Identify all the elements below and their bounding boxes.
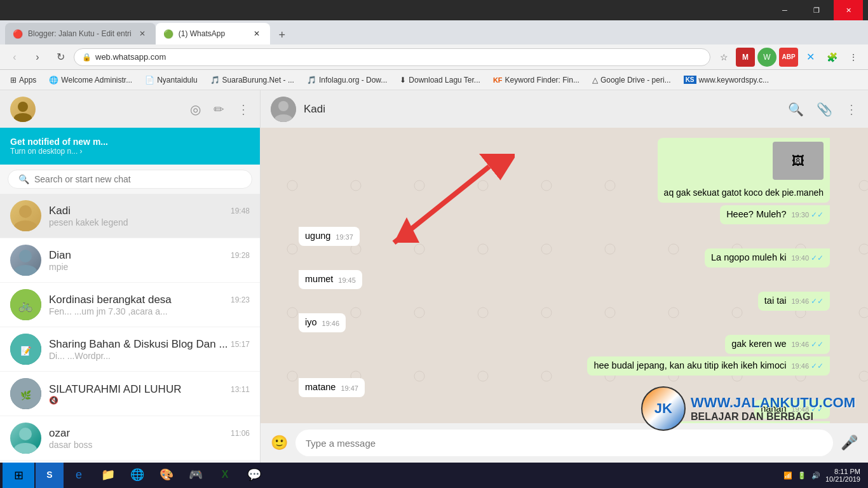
search-icon: 🔍 xyxy=(18,174,29,184)
chat-info-kordinasi: Kordinasi berangkat desa 19:23 Fen... ..… xyxy=(49,294,250,316)
menu-dots-icon[interactable]: ⋮ xyxy=(237,102,250,117)
tab-whatsapp-favicon: 🟢 xyxy=(163,29,173,39)
bookmark-star-icon[interactable]: ☆ xyxy=(714,48,733,67)
bookmark-infolagu[interactable]: 🎵 Infolagu.org - Dow... xyxy=(302,73,392,87)
chat-menu-icon[interactable]: ⋮ xyxy=(845,102,858,117)
notification-banner[interactable]: Get notified of new m... Turn on desktop… xyxy=(0,128,260,165)
chat-name-ozar: ozar xyxy=(49,427,70,440)
tab-bar: 🔴 Blogger: Jalan Kutu - Edit entri ✕ 🟢 (… xyxy=(0,20,868,44)
mute-icon-silaturahmi: 🔇 xyxy=(49,396,58,405)
new-chat-icon[interactable]: ✏ xyxy=(214,102,224,117)
search-bar: 🔍 xyxy=(0,165,260,194)
omnibar: ‹ › ↻ 🔒 web.whatsapp.com ☆ M W ABP ✕ 🧩 ⋮ xyxy=(0,44,868,70)
bookmark-gdrive[interactable]: △ Google Drive - peri... xyxy=(587,73,676,87)
search-input[interactable] xyxy=(34,174,241,184)
taskbar-app-photoshop[interactable]: 🎨 xyxy=(153,463,180,488)
menu-icon[interactable]: ⋮ xyxy=(844,48,863,67)
chat-attach-icon[interactable]: 📎 xyxy=(817,102,832,117)
svg-text:🌿: 🌿 xyxy=(20,390,32,401)
chat-header-icons: 🔍 📎 ⋮ xyxy=(788,102,858,117)
forward-button[interactable]: › xyxy=(28,48,47,67)
message-4: La ngopo muleh ki 19:40 ✓✓ xyxy=(705,248,830,268)
taskbar-app-ie[interactable]: e xyxy=(65,463,93,488)
svg-text:🚲: 🚲 xyxy=(18,299,33,313)
abp-icon[interactable]: ABP xyxy=(779,48,798,67)
tab-whatsapp[interactable]: 🟢 (1) WhatsApp ✕ xyxy=(156,23,270,44)
close-button[interactable]: ✕ xyxy=(834,0,863,20)
bookmark-nyantai[interactable]: 📄 Nyantaidulu xyxy=(140,73,202,87)
message-6-meta: 19:46 ✓✓ xyxy=(791,297,824,306)
bookmark-download-icon: ⬇ xyxy=(400,76,406,85)
profile-icon-1[interactable]: W xyxy=(757,48,776,67)
gmail-icon[interactable]: M xyxy=(736,48,755,67)
chat-time-dian: 19:28 xyxy=(231,251,250,260)
taskbar-app-whatsapp[interactable]: 💬 xyxy=(240,463,268,488)
tab-blogger[interactable]: 🔴 Blogger: Jalan Kutu - Edit entri ✕ xyxy=(5,23,156,44)
address-bar[interactable]: 🔒 web.whatsapp.com xyxy=(74,48,710,66)
reload-button[interactable]: ↻ xyxy=(51,48,70,67)
chat-search-icon[interactable]: 🔍 xyxy=(788,102,804,117)
message-9-text: hee budal jepang, kan aku titip ikeh ike… xyxy=(593,360,786,370)
user-avatar[interactable] xyxy=(10,97,36,122)
bookmark-suara-icon: 🎵 xyxy=(210,76,220,85)
bookmark-infolagu-icon: 🎵 xyxy=(307,76,316,85)
status-icon[interactable]: ◎ xyxy=(190,102,201,117)
minimize-button[interactable]: ─ xyxy=(770,0,799,20)
chat-name-kadi: Kadi xyxy=(49,205,71,217)
message-2-meta: 19:30 ✓✓ xyxy=(791,210,824,219)
chat-name-silaturahmi: SILATURAHMI ADI LUHUR xyxy=(49,383,181,396)
taskbar-app-explorer[interactable]: 📁 xyxy=(94,463,122,488)
tab-blogger-close[interactable]: ✕ xyxy=(137,28,148,39)
chat-item-silaturahmi[interactable]: 🌿 SILATURAHMI ADI LUHUR 13:11 🔇 xyxy=(0,372,260,416)
taskbar-app-superfetch[interactable]: S xyxy=(36,463,64,488)
chat-item-kordinasi[interactable]: 🚲 Kordinasi berangkat desa 19:23 Fen... … xyxy=(0,283,260,327)
x-icon[interactable]: ✕ xyxy=(801,48,820,67)
chat-item-ozar[interactable]: ozar 11:06 dasar boss xyxy=(0,416,260,461)
kf-icon: KF xyxy=(493,76,503,84)
message-5-text: mumet xyxy=(305,274,333,284)
chat-header: Kadi 🔍 📎 ⋮ xyxy=(261,90,868,128)
chat-name-sharing: Sharing Bahan & Diskusi Blog Dan ... xyxy=(49,338,228,351)
emoji-button[interactable]: 🙂 xyxy=(271,435,288,451)
bookmark-download[interactable]: ⬇ Download Lagu Ter... xyxy=(395,73,485,87)
message-4-meta: 19:40 ✓✓ xyxy=(791,254,824,262)
tick-icon-8: ✓✓ xyxy=(811,340,824,349)
toolbar-icons: ☆ M W ABP ✕ 🧩 ⋮ xyxy=(714,48,863,67)
back-button[interactable]: ‹ xyxy=(5,48,24,67)
taskbar-app-chrome[interactable]: 🌐 xyxy=(123,463,151,488)
address-text: web.whatsapp.com xyxy=(95,52,702,62)
mic-button[interactable]: 🎤 xyxy=(841,435,858,451)
tray-volume-icon: 🔊 xyxy=(811,471,820,480)
watermark-text: WWW.JALANKUTU.COM BELAJAR DAN BERBAGI xyxy=(691,395,855,423)
bookmark-welcome[interactable]: 🌐 Welcome Administr... xyxy=(44,73,137,87)
tab-whatsapp-close[interactable]: ✕ xyxy=(251,28,262,39)
bookmark-keyword[interactable]: KF Keyword Finder: Fin... xyxy=(488,73,585,87)
sidebar: ◎ ✏ ⋮ Get notified of new m... Turn on d… xyxy=(0,90,261,463)
window-controls: ─ ❐ ✕ xyxy=(770,0,863,20)
lock-icon: 🔒 xyxy=(82,53,92,62)
message-input[interactable] xyxy=(295,430,833,456)
bookmark-keywordspy[interactable]: KS www.keywordspy.c... xyxy=(679,73,774,87)
chat-item-dian[interactable]: Dian 19:28 mpie xyxy=(0,238,260,283)
new-tab-button[interactable]: + xyxy=(273,25,292,44)
message-8-text: gak keren we xyxy=(731,339,786,349)
restore-button[interactable]: ❐ xyxy=(802,0,831,20)
chat-item-kadi[interactable]: Kadi 19:48 pesen kakek legend xyxy=(0,194,260,238)
chat-avatar-kordinasi: 🚲 xyxy=(10,289,41,320)
taskbar-app-nox[interactable]: 🎮 xyxy=(182,463,210,488)
chat-preview-sharing: Di... ...Wordpr... xyxy=(49,351,250,361)
chat-preview-ozar: dasar boss xyxy=(49,440,250,450)
bookmark-apps[interactable]: ⊞ Apps xyxy=(5,73,41,87)
chat-avatar-sharing: 📝 xyxy=(10,334,41,365)
start-button[interactable]: ⊞ xyxy=(3,463,34,488)
tick-icon: ✓✓ xyxy=(811,210,824,219)
tab-whatsapp-title: (1) WhatsApp xyxy=(179,29,246,38)
bookmark-suara[interactable]: 🎵 SuaraBurung.Net - ... xyxy=(205,73,299,87)
chat-item-sharing[interactable]: 📝 Sharing Bahan & Diskusi Blog Dan ... 1… xyxy=(0,327,260,372)
chat-top-kadi: Kadi 19:48 xyxy=(49,205,250,217)
taskbar-app-excel[interactable]: X xyxy=(211,463,239,488)
search-input-wrap: 🔍 xyxy=(8,170,252,189)
chat-preview-kadi: pesen kakek legend xyxy=(49,217,250,227)
extension-icon[interactable]: 🧩 xyxy=(822,48,841,67)
chat-header-avatar[interactable] xyxy=(271,97,296,122)
